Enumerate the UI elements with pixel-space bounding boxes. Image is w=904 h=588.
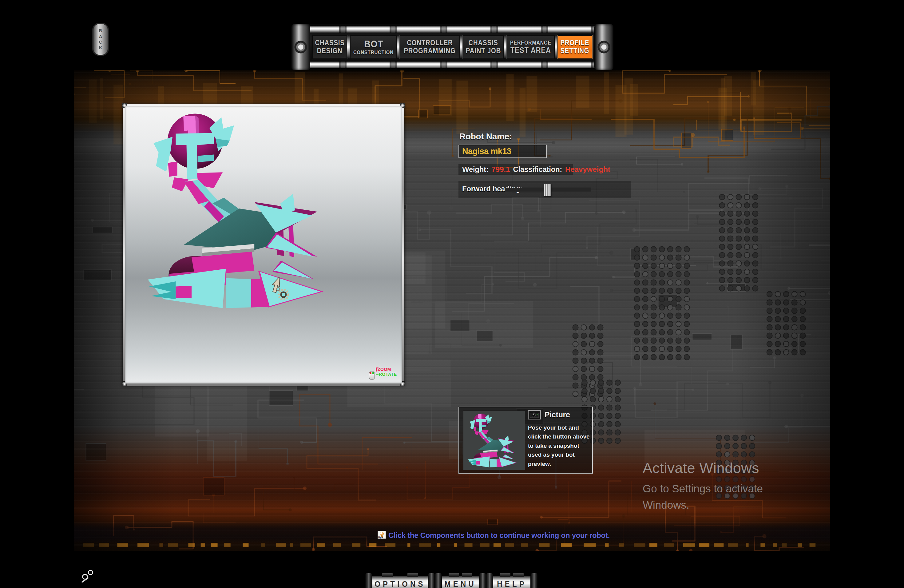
nav-separator [460,36,463,58]
metal-cap [486,573,493,588]
rotate-label: ROTATE [379,372,397,377]
zoom-label: ZOOM [378,367,391,372]
back-button-letter: C [99,40,103,45]
metal-cap [428,573,435,588]
classification-value: Heavyweight [565,165,610,174]
clamp-nub [408,573,418,577]
metal-strip[interactable]: OPTIONS [372,576,428,588]
tab-performance-test-area[interactable]: PERFORMANCETEST AREA [507,35,555,59]
tab-label-line2: PROGRAMMING [404,47,456,55]
weight-label: Weight: [462,165,488,174]
tab-profile-setting[interactable]: PROFILESETTING [558,35,593,59]
classification-label: Classification: [513,165,563,174]
robot-name-label: Robot Name: [459,132,512,141]
tab-label-line1: PERFORMANCE [510,40,551,46]
tab-label-line2: SETTING [561,47,589,55]
back-button-letter: A [99,34,103,40]
tab-label-line1: CHASSIS [315,39,345,47]
picture-description: Pose your bot and click the button above… [528,423,591,468]
mouse-legend: ZOOM ROTATE [373,367,400,383]
clamp-nub [462,573,472,577]
metal-strip[interactable]: HELP [493,576,531,588]
tab-label-line2: TEST AREA [510,46,551,54]
top-nav-frame: CHASSISDESIGNBOTCONSTRUCTIONCONTROLLERPR… [293,24,612,70]
picture-panel: Picture Pose your bot and click the butt… [458,406,593,474]
rotate-dash [376,374,379,375]
metal-cap [435,573,441,588]
forward-heading-slider-handle[interactable] [544,183,551,196]
tab-bot-construction[interactable]: BOTCONSTRUCTION [350,35,397,59]
robot-model [144,108,341,311]
tab-chassis-design[interactable]: CHASSISDESIGN [312,35,347,59]
nav-separator [555,36,558,58]
tips-lightbulb-icon: tips [378,531,386,539]
nav-separator [347,36,350,58]
bot-snapshot-image [465,411,524,470]
clamp-nub [382,573,393,577]
back-button-letter: B [99,28,103,33]
tab-label-line2: DESIGN [317,47,343,55]
menu-button[interactable]: MENU [435,570,486,588]
tab-label-line1: PROFILE [561,39,589,47]
cursor-arrow-gear-icon [269,277,295,303]
nav-endcap-left [291,24,310,70]
mouse-icon [369,371,375,380]
metal-cap [531,573,537,588]
button-label: MENU [445,579,477,588]
metal-cap [479,573,486,588]
nav-separator [504,36,507,58]
clamp-nub [513,573,524,577]
nav-rail-top [296,26,608,33]
tab-label-line1: CONTROLLER [407,39,453,47]
metal-cap [365,573,372,588]
robot-3d-viewport[interactable]: ZOOM ROTATE [125,106,402,384]
clamp-nub [500,573,510,577]
nav-endcap-right [594,24,613,70]
take-snapshot-button[interactable] [528,410,541,419]
nav-tabs: CHASSISDESIGNBOTCONSTRUCTIONCONTROLLERPR… [312,35,593,59]
picture-title: Picture [545,410,570,419]
tab-label-line2: PAINT JOB [466,47,501,55]
camera-icon [530,412,539,418]
nav-rail-bottom [296,62,608,68]
tips-icon-label: tips [378,536,383,539]
game-screen: BACK CHASSISDESIGNBOTCONSTRUCTIONCONTROL… [0,0,904,588]
bot-snapshot-thumbnail [463,411,525,470]
nav-separator [397,36,400,58]
robot-preview-frame: ZOOM ROTATE [123,104,405,386]
weight-classification-bar: Weight: 799.1 Classification: Heavyweigh… [458,164,573,175]
options-button[interactable]: OPTIONS [365,570,435,588]
tab-controller-programming[interactable]: CONTROLLERPROGRAMMING [400,35,460,59]
tip-message: Click the Components button to continue … [388,531,610,540]
button-label: OPTIONS [375,579,425,588]
metal-strip[interactable]: MENU [441,576,479,588]
clamp-nub [449,573,459,577]
decor-ring-icon [88,570,93,575]
back-button-letter: K [99,45,103,51]
tab-chassis-paint-job[interactable]: CHASSISPAINT JOB [463,35,504,59]
forward-heading-row: Forward heading: [458,181,631,198]
tab-label-line1: BOT [364,39,383,50]
tab-label-line2: CONSTRUCTION [353,49,394,55]
tab-label-line1: CHASSIS [468,39,498,47]
help-button[interactable]: HELP [486,570,537,588]
forward-heading-slider-track[interactable] [504,188,591,192]
back-button[interactable]: BACK [92,23,109,56]
weight-value: 799.1 [492,165,510,174]
robot-name-input[interactable] [458,145,547,158]
button-label: HELP [497,579,527,588]
bottom-button-bar: OPTIONSMENUHELP [365,570,537,588]
